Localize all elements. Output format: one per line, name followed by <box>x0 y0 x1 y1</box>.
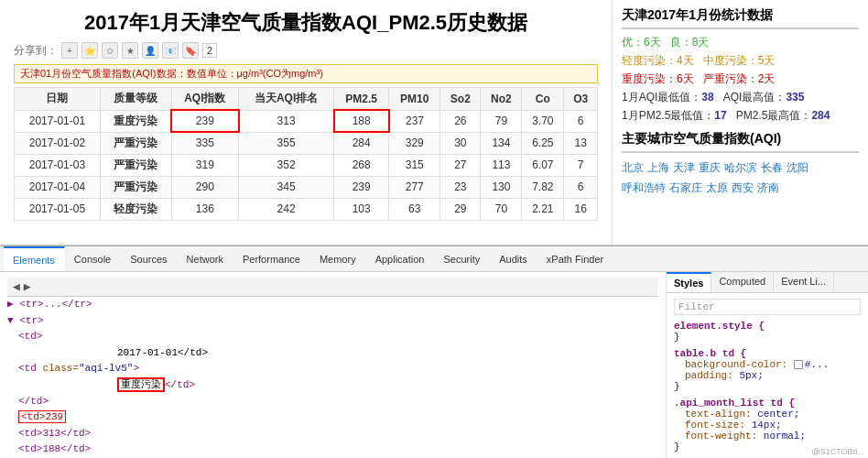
tab-audits[interactable]: Audits <box>490 246 537 271</box>
pm25-high-label: PM2.5最高值： <box>736 109 812 122</box>
table-cell: 70 <box>481 198 522 220</box>
city-link[interactable]: 沈阳 <box>787 161 808 174</box>
city-link[interactable]: 呼和浩特 <box>622 181 666 194</box>
table-row: 2017-01-02严重污染335355284329301346.2513 <box>15 132 598 154</box>
stat-line-1: 优：6天 良：8天 <box>622 35 859 50</box>
dom-panel: ◀ ▶ ▶ <tr>...</tr> ▼ <tr> <td> 2017-01-0… <box>0 272 667 458</box>
table-cell: 6 <box>564 110 598 132</box>
css-brace-3: } <box>674 442 680 453</box>
share-icon-5[interactable]: 👤 <box>142 42 158 59</box>
table-cell: 315 <box>389 154 440 176</box>
table-note: 天津01月份空气质量指数(AQI)数据：数值单位：μg/m³(CO为mg/m³) <box>14 64 598 83</box>
city-link[interactable]: 济南 <box>757 181 779 194</box>
table-cell: 239 <box>334 176 389 198</box>
table-cell: 345 <box>239 176 334 198</box>
city-link[interactable]: 北京 <box>622 161 644 174</box>
table-cell: 2017-01-05 <box>15 198 101 220</box>
styles-tab-styles[interactable]: Styles <box>667 272 711 292</box>
dom-line-2: ▼ <tr> <box>7 313 658 330</box>
css-rule-table-b: table.b td { background-color: #... padd… <box>674 348 861 392</box>
share-icon-6[interactable]: 📧 <box>162 42 179 59</box>
table-cell: 严重污染 <box>100 154 171 176</box>
css-brace-2: } <box>674 381 680 392</box>
tab-security[interactable]: Security <box>434 246 490 271</box>
table-cell: 2017-01-01 <box>15 110 101 132</box>
city-link[interactable]: 哈尔滨 <box>724 161 757 174</box>
city-link[interactable]: 长春 <box>761 161 783 174</box>
table-cell: 352 <box>239 154 334 176</box>
tab-sources[interactable]: Sources <box>121 246 177 271</box>
pm25-low-label: 1月PM2.5最低值： <box>622 109 714 122</box>
tab-xpath[interactable]: xPath Finder <box>537 246 613 271</box>
tab-performance[interactable]: Performance <box>233 246 310 271</box>
table-cell: 242 <box>239 198 334 220</box>
table-cell: 27 <box>440 154 481 176</box>
city-link[interactable]: 重庆 <box>699 161 721 174</box>
dom-line-4: 2017-01-01</td> <box>7 345 658 362</box>
dom-tag-td-188: <td>188</td> <box>18 443 91 454</box>
devtools-tabs: Elements Console Sources Network Perform… <box>0 246 868 272</box>
stat-medium: 中度污染：5天 <box>703 54 776 67</box>
tab-elements[interactable]: Elements <box>4 246 65 271</box>
stat-line-5: 1月PM2.5最低值：17 PM2.5最高值：284 <box>622 108 859 124</box>
table-cell: 严重污染 <box>100 132 171 154</box>
styles-tab-event[interactable]: Event Li... <box>774 272 834 292</box>
page-title: 2017年1月天津空气质量指数AQI_PM2.5历史数据 <box>14 9 598 37</box>
col-co: Co <box>522 88 564 111</box>
tab-console[interactable]: Console <box>65 246 121 271</box>
nav-forward[interactable]: ▶ <box>24 279 31 294</box>
pm25-low-val: 17 <box>714 109 726 122</box>
css-rule-api-month: .api_month_list td { text-align: center;… <box>674 398 861 453</box>
table-cell: 79 <box>481 110 522 132</box>
tab-memory[interactable]: Memory <box>310 246 366 271</box>
webpage-area: 2017年1月天津空气质量指数AQI_PM2.5历史数据 分享到： + ⭐ ✩ … <box>0 0 868 245</box>
table-cell: 277 <box>389 176 440 198</box>
tab-application[interactable]: Application <box>366 246 435 271</box>
share-icon-2[interactable]: ⭐ <box>81 42 98 59</box>
styles-tab-computed[interactable]: Computed <box>711 272 774 292</box>
table-cell: 29 <box>440 198 481 220</box>
city-link[interactable]: 上海 <box>647 161 669 174</box>
city-link[interactable]: 太原 <box>706 181 728 194</box>
table-cell: 3.70 <box>522 110 564 132</box>
city-link[interactable]: 西安 <box>732 181 754 194</box>
dom-tag-tr-open: ▼ <tr> <box>7 315 44 326</box>
col-quality: 质量等级 <box>100 88 171 111</box>
city-link[interactable]: 天津 <box>673 161 695 174</box>
city-link[interactable]: 石家庄 <box>669 181 702 194</box>
cities-title: 主要城市空气质量指数(AQI) <box>622 131 859 153</box>
stats-title: 天津2017年1月份统计数据 <box>622 7 859 29</box>
table-cell: 319 <box>171 154 239 176</box>
share-count: 2 <box>202 43 217 58</box>
dom-line-8: <td>239 <box>7 409 658 426</box>
table-cell: 329 <box>389 132 440 154</box>
table-cell: 239 <box>171 110 239 132</box>
col-rank: 当天AQI排名 <box>239 88 334 111</box>
share-icon-7[interactable]: 🔖 <box>182 42 199 59</box>
table-cell: 30 <box>440 132 481 154</box>
table-cell: 335 <box>171 132 239 154</box>
dom-tag-td-close: </td> <box>18 396 49 407</box>
table-cell: 237 <box>389 110 440 132</box>
dom-text-date: 2017-01-01</td> <box>117 347 208 358</box>
table-row: 2017-01-04严重污染290345239277231307.826 <box>15 176 598 198</box>
share-icon-4[interactable]: ★ <box>122 42 138 59</box>
table-cell: 113 <box>481 154 522 176</box>
css-selector-3: .api_month_list td { <box>674 398 795 409</box>
share-icon-3[interactable]: ✩ <box>102 42 118 59</box>
devtools: Elements Console Sources Network Perform… <box>0 245 868 458</box>
table-cell: 188 <box>334 110 389 132</box>
nav-back[interactable]: ◀ <box>13 279 20 294</box>
dom-val-class: "aqi-lv5" <box>79 363 133 374</box>
dom-tag-td: <td> <box>18 331 42 342</box>
dom-line-10: <td>188</td> <box>7 442 658 458</box>
col-no2: No2 <box>481 88 522 111</box>
dom-line-1: ▶ <tr>...</tr> <box>7 297 658 313</box>
table-cell: 2.21 <box>522 198 564 220</box>
stat-line-2: 轻度污染：4天 中度污染：5天 <box>622 53 859 69</box>
share-icon-1[interactable]: + <box>61 42 78 59</box>
css-selector-1: element.style { <box>674 321 765 332</box>
dom-line-5: <td class="aqi-lv5"> <box>7 361 658 377</box>
tab-network[interactable]: Network <box>178 246 233 271</box>
table-cell: 严重污染 <box>100 176 171 198</box>
